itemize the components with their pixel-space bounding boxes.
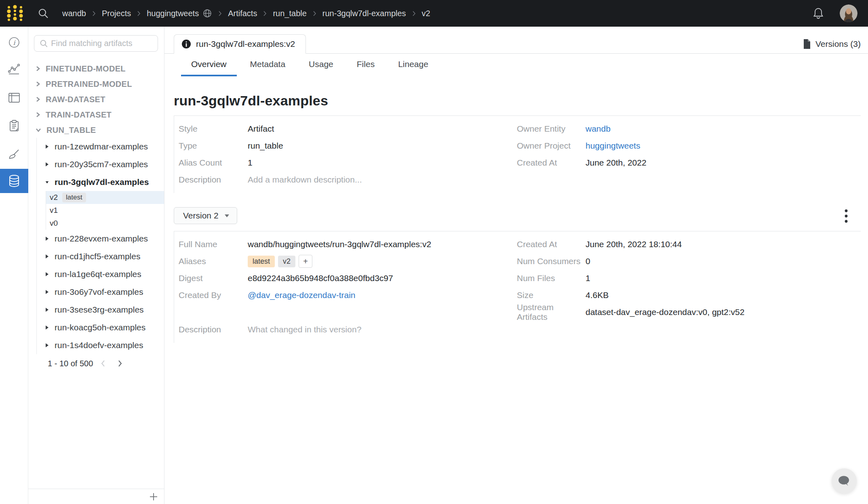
version-item-v1[interactable]: v1	[46, 204, 164, 217]
artifact-item[interactable]: run-3o6y7vof-examples	[37, 283, 164, 301]
version-options-kebab-icon[interactable]	[839, 208, 853, 224]
artifact-item[interactable]: run-koacg5oh-examples	[37, 319, 164, 336]
category-label: FINETUNED-MODEL	[46, 64, 126, 74]
created-by-link[interactable]: @dav_erage-dozendav-train	[248, 290, 355, 300]
user-avatar[interactable]	[840, 4, 857, 22]
version-selector-button[interactable]: Version 2	[174, 207, 237, 224]
breadcrumb-artifact-name[interactable]: run-3gqlw7dl-examples	[322, 9, 406, 18]
artifact-item-label: run-3gqlw7dl-examples	[55, 177, 149, 187]
artifact-item[interactable]: run-1s4doefv-examples	[37, 336, 164, 354]
tab-usage[interactable]: Usage	[299, 54, 343, 76]
chevron-right-icon	[92, 10, 96, 17]
version-label: v0	[50, 219, 58, 228]
logs-clipboard-nav-icon[interactable]	[0, 114, 28, 138]
field-label: Created At	[517, 158, 586, 168]
add-artifact-plus-icon[interactable]	[149, 492, 158, 502]
version-item-v2[interactable]: v2 latest	[46, 191, 164, 204]
artifact-item[interactable]: run-cd1jhcf5-examples	[37, 248, 164, 265]
artifact-item[interactable]: run-20y35cm7-examples	[37, 155, 164, 173]
artifact-item[interactable]: run-228evxem-examples	[37, 230, 164, 248]
version-details-panel: Full Name wandb/huggingtweets/run-3gqlw7…	[174, 231, 861, 343]
field-value: Artifact	[248, 124, 274, 134]
sidebar-category-pretrained-model[interactable]: PRETRAINED-MODEL	[28, 76, 164, 92]
breadcrumb-artifacts[interactable]: Artifacts	[228, 9, 257, 18]
breadcrumb-version[interactable]: v2	[422, 9, 430, 18]
breadcrumb-entity[interactable]: wandb	[62, 9, 86, 18]
field-label: Owner Entity	[517, 124, 586, 134]
alias-tag-v2: v2	[278, 256, 295, 267]
version-selector-row: Version 2	[174, 207, 861, 224]
triangle-right-icon	[45, 254, 49, 259]
artifact-item-label: run-3sese3rg-examples	[55, 305, 144, 315]
overview-nav-tabs: Overview Metadata Usage Files Lineage	[181, 54, 868, 76]
field-row-full-name: Full Name wandb/huggingtweets/run-3gqlw7…	[179, 236, 517, 253]
category-label: TRAIN-DATASET	[46, 110, 112, 120]
chevron-right-icon	[137, 10, 141, 17]
field-row-aliases: Aliases latest v2 +	[179, 253, 517, 270]
pagination-next-icon[interactable]	[113, 357, 127, 370]
artifact-summary-left: Style Artifact Type run_table Alias Coun…	[179, 120, 517, 188]
support-chat-button[interactable]	[832, 468, 857, 494]
overview-info-nav-icon[interactable]: i	[0, 30, 28, 55]
tab-metadata[interactable]: Metadata	[240, 54, 296, 76]
field-row-created-by: Created By @dav_erage-dozendav-train	[179, 287, 517, 304]
artifact-item-label: run-1s4doefv-examples	[55, 340, 143, 350]
artifact-version-tab[interactable]: run-3gqlw7dl-examples:v2	[174, 34, 306, 54]
breadcrumb-project[interactable]: huggingtweets	[147, 9, 199, 18]
artifact-type-tree: FINETUNED-MODEL PRETRAINED-MODEL RAW-DAT…	[28, 61, 164, 373]
sidebar-category-train-dataset[interactable]: TRAIN-DATASET	[28, 107, 164, 122]
breadcrumb-projects[interactable]: Projects	[102, 9, 131, 18]
chevron-right-icon	[36, 112, 40, 118]
pagination-range-label: 1 - 10 of 500	[48, 359, 93, 368]
tab-lineage[interactable]: Lineage	[388, 54, 438, 76]
add-alias-button[interactable]: +	[299, 255, 312, 268]
version-description-placeholder[interactable]: What changed in this version?	[248, 325, 361, 334]
field-label: Upstream Artifacts	[517, 302, 586, 322]
tab-overview[interactable]: Overview	[181, 54, 237, 76]
left-icon-rail: i	[0, 27, 28, 504]
field-row-alias-count: Alias Count 1	[179, 154, 517, 171]
tab-files[interactable]: Files	[347, 54, 385, 76]
upstream-artifacts-value: dataset-dav_erage-dozendav:v0, gpt2:v52	[586, 307, 744, 317]
artifact-item[interactable]: run-1zewdmar-examples	[37, 138, 164, 155]
owner-project-link[interactable]: huggingtweets	[586, 141, 640, 151]
chevron-right-icon	[313, 10, 316, 17]
owner-entity-link[interactable]: wandb	[586, 124, 611, 134]
sweeps-broom-nav-icon[interactable]	[0, 142, 28, 166]
version-label: v1	[50, 206, 58, 215]
version-item-v0[interactable]: v0	[46, 217, 164, 230]
charts-nav-icon[interactable]	[0, 57, 28, 81]
field-label: Created At	[517, 239, 586, 249]
triangle-right-icon	[45, 236, 49, 241]
search-icon	[39, 38, 48, 49]
field-label: Num Consumers	[517, 256, 586, 266]
artifact-item-label: run-la1ge6qt-examples	[55, 269, 141, 279]
field-value: June 20th, 2022 18:10:44	[586, 239, 682, 249]
tables-nav-icon[interactable]	[0, 86, 28, 110]
field-row-type: Type run_table	[179, 137, 517, 154]
sidebar-category-raw-dataset[interactable]: RAW-DATASET	[28, 92, 164, 107]
notifications-bell-icon[interactable]	[812, 7, 824, 20]
field-row-num-files: Num Files 1	[517, 270, 861, 287]
global-search-icon[interactable]	[37, 7, 49, 19]
pagination-prev-icon[interactable]	[96, 357, 110, 370]
field-label: Type	[179, 141, 248, 151]
artifact-item[interactable]: run-la1ge6qt-examples	[37, 265, 164, 283]
field-row-owner-entity: Owner Entity wandb	[517, 120, 861, 137]
chevron-right-icon	[36, 81, 40, 87]
sidebar-category-finetuned-model[interactable]: FINETUNED-MODEL	[28, 61, 164, 76]
search-input[interactable]	[51, 39, 153, 48]
chevron-right-icon	[263, 10, 267, 17]
wandb-logo-icon[interactable]	[6, 4, 24, 23]
triangle-right-icon	[45, 343, 49, 348]
field-value: e8d9224a3b65b948cf0a388e0fbd3c97	[248, 273, 393, 283]
sidebar-category-run-table[interactable]: RUN_TABLE	[28, 122, 164, 138]
versions-button[interactable]: Versions (3)	[803, 39, 861, 49]
artifact-item-label: run-3o6y7vof-examples	[55, 287, 143, 297]
field-label: Size	[517, 290, 586, 300]
description-placeholder[interactable]: Add a markdown description...	[248, 175, 362, 185]
artifact-item-selected[interactable]: run-3gqlw7dl-examples	[37, 173, 164, 191]
artifacts-database-nav-icon[interactable]	[0, 169, 28, 193]
breadcrumb-artifact-type[interactable]: run_table	[273, 9, 306, 18]
artifact-item[interactable]: run-3sese3rg-examples	[37, 301, 164, 319]
